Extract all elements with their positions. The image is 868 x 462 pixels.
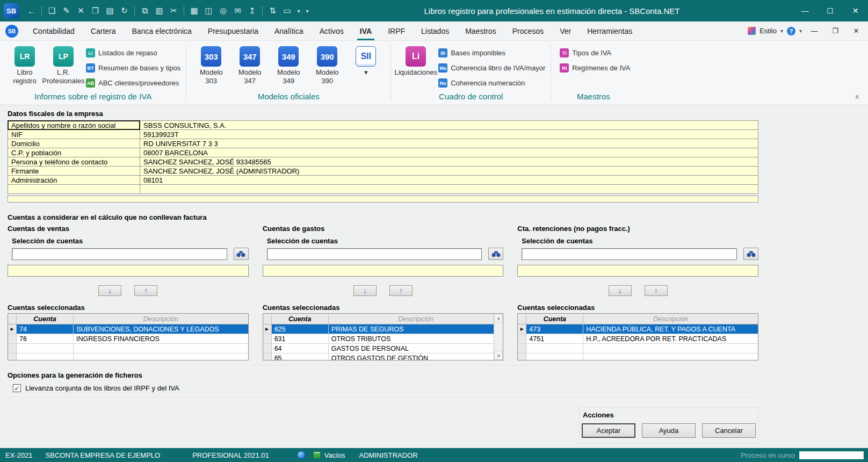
row-selector[interactable] <box>8 334 17 343</box>
cuenta-cell[interactable]: 65 <box>272 353 329 360</box>
llevanza-conjunta-checkbox[interactable]: ✓ <box>13 384 21 392</box>
style-icon[interactable] <box>748 27 756 35</box>
descripcion-cell[interactable]: H.P., ACREEDORA POR RET. PRACTICADAS <box>583 334 758 343</box>
maximize-button[interactable]: ☐ <box>818 0 843 21</box>
descripcion-cell[interactable] <box>74 344 248 353</box>
sync-icon[interactable]: ⇅ <box>265 4 280 18</box>
monitor-icon[interactable]: ▭ <box>280 4 294 18</box>
grid-row[interactable] <box>518 344 758 353</box>
add-account-button[interactable]: ↓ <box>353 285 377 296</box>
descripcion-cell[interactable]: OTROS GASTOS DE GESTIÓN <box>329 353 503 360</box>
account-lookup-button[interactable] <box>488 248 503 260</box>
open-folder-icon[interactable]: ❒ <box>88 4 103 18</box>
modelo-347-button[interactable]: 347 Modelo 347 <box>230 42 269 85</box>
cuenta-column-header[interactable]: Cuenta <box>17 314 74 324</box>
grid-row[interactable]: 65 OTROS GASTOS DE GESTIÓN <box>263 353 503 360</box>
cuenta-cell[interactable]: 631 <box>272 334 329 343</box>
collapse-ribbon-icon[interactable]: ∧ <box>855 93 859 100</box>
account-search-input[interactable] <box>267 248 482 260</box>
toolbar-more-icon[interactable]: ▾ <box>303 4 312 18</box>
print-preview-icon[interactable]: ◫ <box>201 4 216 18</box>
help-icon[interactable]: ? <box>787 27 795 35</box>
grid-row[interactable] <box>518 353 758 360</box>
row-selector[interactable] <box>8 344 17 353</box>
remove-account-button[interactable]: ↑ <box>134 285 157 296</box>
libro-registro-button[interactable]: LR Libro registro <box>5 42 44 85</box>
row-selector[interactable] <box>518 344 526 353</box>
liquidaciones-button[interactable]: Li Liquidaciones <box>396 42 435 77</box>
style-dropdown-icon[interactable]: ▾ <box>780 28 783 34</box>
cancelar-button[interactable]: Cancelar <box>702 423 756 438</box>
remove-account-button[interactable]: ↑ <box>645 285 668 296</box>
grid-row[interactable] <box>8 353 248 360</box>
coherencia-numeracion-button[interactable]: Nu Coherencia numeración <box>438 78 545 88</box>
tab-iva[interactable]: IVA <box>352 21 380 40</box>
monitor-dropdown-icon[interactable]: ▾ <box>294 4 303 18</box>
tab-irpf[interactable]: IRPF <box>380 21 413 40</box>
cuenta-cell[interactable] <box>17 353 74 360</box>
cuenta-cell[interactable]: 625 <box>272 324 329 334</box>
grid-row[interactable]: 631 OTROS TRIBUTOS <box>263 334 503 344</box>
new-document-icon[interactable]: ❏ <box>45 4 59 18</box>
row-selector[interactable] <box>518 353 526 360</box>
descripcion-column-header[interactable]: Descripción <box>74 314 248 324</box>
fiscal-value-domicilio[interactable]: RD UNIVERSITAT 7 3 3 <box>140 139 758 148</box>
style-label[interactable]: Estilo <box>760 27 777 35</box>
tab-cartera[interactable]: Cartera <box>83 21 124 40</box>
cuenta-cell[interactable]: 64 <box>272 344 329 353</box>
grid-scrollbar[interactable]: ∧ ∨ <box>494 314 503 360</box>
descripcion-cell[interactable] <box>583 344 758 353</box>
mdi-restore-button[interactable]: ❐ <box>827 24 844 38</box>
edit-icon[interactable]: ✎ <box>59 4 74 18</box>
sii-button[interactable]: SII ▾ <box>346 42 385 77</box>
cut-icon[interactable]: ✂ <box>167 4 181 18</box>
aceptar-button[interactable]: Aceptar <box>582 423 635 438</box>
tab-herramientas[interactable]: Herramientas <box>579 21 640 40</box>
fiscal-value-empty[interactable] <box>140 185 758 194</box>
tab-maestros[interactable]: Maestros <box>457 21 504 40</box>
cuenta-cell[interactable]: 76 <box>17 334 74 343</box>
print-icon[interactable]: ▦ <box>187 4 201 18</box>
mdi-close-button[interactable]: ✕ <box>848 24 865 38</box>
descripcion-column-header[interactable]: Descripción <box>329 314 503 324</box>
descripcion-cell[interactable]: PRIMAS DE SEGUROS <box>329 324 503 334</box>
scroll-down-icon[interactable]: ∨ <box>494 351 503 360</box>
grid-row[interactable]: ▶ 74 SUBVENCIONES, DONACIONES Y LEGADOS <box>8 324 248 334</box>
coherencia-libro-iva-mayor-button[interactable]: Ma Coherencia libro de IVA/mayor <box>438 63 545 73</box>
cuenta-column-header[interactable]: Cuenta <box>272 314 329 324</box>
cuenta-cell[interactable]: 74 <box>17 324 74 334</box>
sii-dropdown-icon[interactable]: ▾ <box>364 68 368 77</box>
row-selector[interactable] <box>518 334 526 343</box>
abc-clientes-proveedores-button[interactable]: AB ABC clientes/proveedores <box>86 78 180 88</box>
grid-row[interactable]: 76 INGRESOS FINANCIEROS <box>8 334 248 344</box>
tab-analitica[interactable]: Analítica <box>266 21 312 40</box>
descripcion-cell[interactable]: GASTOS DE PERSONAL <box>329 344 503 353</box>
account-lookup-button[interactable] <box>743 248 758 260</box>
regimenes-de-iva-button[interactable]: RI Regímenes de IVA <box>560 63 630 73</box>
grid-row[interactable] <box>8 344 248 353</box>
refresh-icon[interactable]: ↻ <box>117 4 132 18</box>
descripcion-cell[interactable]: SUBVENCIONES, DONACIONES Y LEGADOS <box>74 324 248 334</box>
fiscal-value-nif[interactable]: 59139923T <box>140 130 758 139</box>
account-description-field[interactable] <box>263 265 504 277</box>
copy-icon[interactable]: ⧉ <box>138 4 152 18</box>
descripcion-cell[interactable]: HACIENDA PÚBLICA, RET. Y PAGOS A CUENTA <box>583 324 758 334</box>
modelo-390-button[interactable]: 390 Modelo 390 <box>308 42 346 85</box>
save-icon[interactable]: ▤ <box>103 4 117 18</box>
checkbox-label[interactable]: Llevanza conjunta de los libros del IRPF… <box>25 384 179 392</box>
remove-account-button[interactable]: ↑ <box>389 285 413 296</box>
row-selector[interactable] <box>8 353 17 360</box>
fiscal-value-firmante[interactable]: SANCHEZ SANCHEZ, JOSÉ (ADMINISTRADOR) <box>140 167 758 176</box>
descripcion-cell[interactable] <box>74 353 248 360</box>
grid-row[interactable]: 4751 H.P., ACREEDORA POR RET. PRACTICADA… <box>518 334 758 344</box>
add-account-button[interactable]: ↓ <box>609 285 632 296</box>
mdi-minimize-button[interactable]: — <box>806 24 823 38</box>
modelo-349-button[interactable]: 349 Modelo 349 <box>269 42 308 85</box>
cuenta-cell[interactable] <box>526 353 583 360</box>
listados-repaso-button[interactable]: Li Listados de repaso <box>86 48 180 57</box>
vacios-label[interactable]: Vacíos <box>324 451 345 459</box>
tab-listados[interactable]: Listados <box>413 21 457 40</box>
add-account-button[interactable]: ↓ <box>98 285 121 296</box>
delete-icon[interactable]: ✕ <box>74 4 88 18</box>
scroll-up-icon[interactable]: ∧ <box>494 314 503 323</box>
